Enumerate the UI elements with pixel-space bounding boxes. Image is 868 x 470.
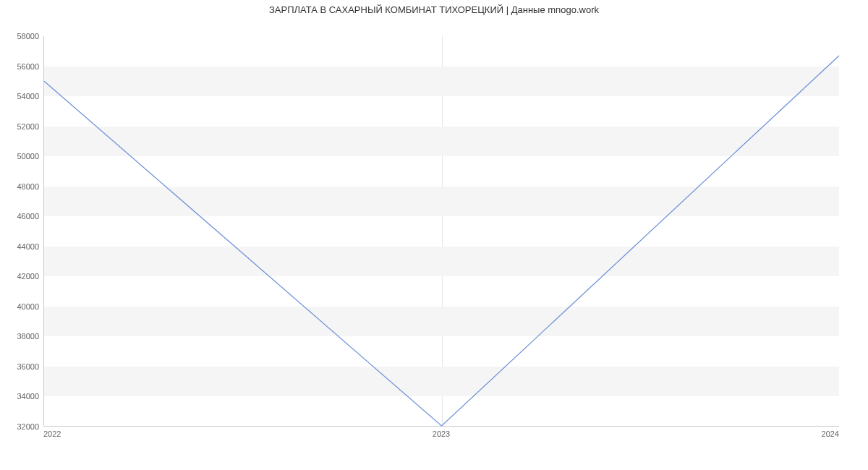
y-tick-label: 54000 [17,92,39,101]
y-tick-label: 46000 [17,212,39,221]
x-tick-label: 2022 [43,430,61,438]
plot-area [43,36,839,427]
y-tick-label: 52000 [17,122,39,131]
chart-title: ЗАРПЛАТА В САХАРНЫЙ КОМБИНАТ ТИХОРЕЦКИЙ … [0,4,868,15]
y-tick-label: 56000 [17,62,39,71]
y-tick-label: 58000 [17,32,39,40]
chart-container: ЗАРПЛАТА В САХАРНЫЙ КОМБИНАТ ТИХОРЕЦКИЙ … [0,0,868,470]
y-tick-label: 48000 [17,182,39,191]
y-tick-label: 34000 [17,392,39,401]
y-tick-label: 50000 [17,152,39,161]
y-tick-label: 32000 [17,422,39,431]
y-tick-label: 38000 [17,332,39,341]
y-tick-label: 44000 [17,242,39,251]
y-tick-label: 42000 [17,272,39,281]
x-tick-label: 2023 [433,430,450,438]
data-series-line [44,56,839,426]
x-axis: 202220232024 [43,427,839,441]
y-axis: 3200034000360003800040000420004400046000… [0,36,43,427]
chart-line-svg [44,36,839,426]
y-tick-label: 40000 [17,302,39,311]
y-tick-label: 36000 [17,362,39,371]
x-tick-label: 2024 [822,430,839,438]
